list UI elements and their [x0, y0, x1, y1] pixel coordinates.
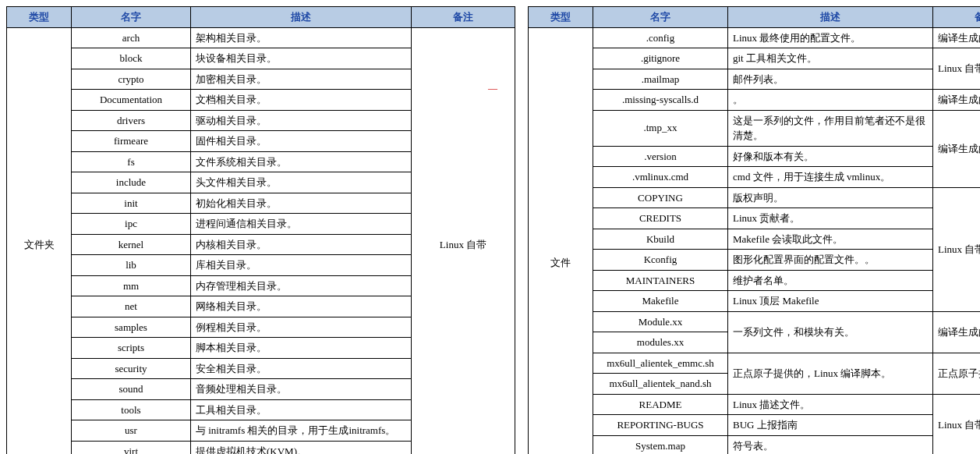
name-cell: MAINTAINERS: [593, 270, 728, 291]
name-cell: .gitignore: [593, 48, 728, 69]
name-cell: firmeare: [72, 131, 191, 152]
name-cell: security: [72, 358, 191, 379]
remark-cell: Linux 自带: [412, 27, 515, 454]
name-cell: COPYING: [593, 187, 728, 208]
desc-cell: Linux 描述文件。: [728, 394, 933, 415]
col-header-name: 名字: [72, 7, 191, 28]
name-cell: usr: [72, 420, 191, 442]
desc-cell: 正点原子提供的，Linux 编译脚本。: [728, 353, 933, 394]
change-marker: —: [488, 83, 497, 94]
table-row: System.map符号表。: [529, 435, 981, 454]
table-row: 文件.configLinux 最终使用的配置文件。编译生成的文件。: [529, 27, 981, 48]
col-header-desc: 描述: [728, 7, 933, 28]
name-cell: virt: [72, 441, 191, 454]
table-row: MakefileLinux 顶层 Makefile: [529, 291, 981, 312]
col-header-name: 名字: [593, 7, 728, 28]
desc-cell: 内核相关目录。: [191, 234, 412, 255]
name-cell: .missing-syscalls.d: [593, 90, 728, 111]
table-row: mx6ull_alientek_emmc.sh正点原子提供的，Linux 编译脚…: [529, 353, 981, 374]
table-row: COPYING版权声明。Linux 自带: [529, 187, 981, 208]
col-header-desc: 描述: [191, 7, 412, 28]
desc-cell: 内存管理相关目录。: [191, 275, 412, 296]
desc-cell: 网络相关目录。: [191, 296, 412, 317]
desc-cell: 工具相关目录。: [191, 399, 412, 420]
name-cell: mx6ull_alientek_emmc.sh: [593, 353, 728, 374]
name-cell: modules.xx: [593, 332, 728, 353]
name-cell: sound: [72, 379, 191, 400]
name-cell: ipc: [72, 214, 191, 235]
right-table-body: 文件.configLinux 最终使用的配置文件。编译生成的文件。.gitign…: [529, 27, 981, 454]
table-row: .version好像和版本有关。: [529, 146, 981, 167]
type-cell: 文件夹: [7, 27, 72, 454]
desc-cell: 音频处理相关目录。: [191, 379, 412, 400]
desc-cell: Linux 最终使用的配置文件。: [728, 27, 933, 48]
desc-cell: 架构相关目录。: [191, 27, 412, 48]
name-cell: Kbuild: [593, 229, 728, 250]
name-cell: REPORTING-BUGS: [593, 415, 728, 436]
name-cell: Module.xx: [593, 311, 728, 332]
name-cell: arch: [72, 27, 191, 48]
desc-cell: 符号表。: [728, 435, 933, 454]
col-header-type: 类型: [529, 7, 593, 28]
col-header-remark: 备注: [412, 7, 515, 28]
remark-cell: 编译生成的文件: [933, 90, 981, 111]
desc-cell: 加密相关目录。: [191, 69, 412, 90]
type-cell: 文件: [529, 27, 593, 454]
name-cell: drivers: [72, 110, 191, 131]
name-cell: mm: [72, 275, 191, 296]
name-cell: Makefile: [593, 291, 728, 312]
desc-cell: 块设备相关目录。: [191, 48, 412, 69]
table-row: .missing-syscalls.d。编译生成的文件: [529, 90, 981, 111]
name-cell: crypto: [72, 69, 191, 90]
table-row: KbuildMakefile 会读取此文件。: [529, 229, 981, 250]
desc-cell: 头文件相关目录。: [191, 172, 412, 193]
desc-cell: git 工具相关文件。: [728, 48, 933, 69]
desc-cell: 邮件列表。: [728, 69, 933, 90]
name-cell: block: [72, 48, 191, 69]
name-cell: tools: [72, 399, 191, 420]
desc-cell: Makefile 会读取此文件。: [728, 229, 933, 250]
name-cell: scripts: [72, 338, 191, 359]
table-row: REPORTING-BUGSBUG 上报指南: [529, 415, 981, 436]
remark-cell: Linux 自带: [933, 187, 981, 311]
desc-cell: cmd 文件，用于连接生成 vmlinux。: [728, 167, 933, 188]
desc-cell: 脚本相关目录。: [191, 338, 412, 359]
col-header-remark: 备注: [933, 7, 981, 28]
name-cell: fs: [72, 151, 191, 172]
left-table: 类型 名字 描述 备注 文件夹arch架构相关目录。Linux 自带block块…: [6, 6, 515, 454]
remark-cell: Linux 自带: [933, 48, 981, 90]
remark-cell: Linux 自带: [933, 394, 981, 454]
desc-cell: 文档相关目录。: [191, 90, 412, 111]
name-cell: README: [593, 394, 728, 415]
table-row: Kconfig图形化配置界面的配置文件。。: [529, 250, 981, 271]
desc-cell: 这是一系列的文件，作用目前笔者还不是很清楚。: [728, 110, 933, 146]
desc-cell: 一系列文件，和模块有关。: [728, 311, 933, 353]
name-cell: net: [72, 296, 191, 317]
remark-cell: 正点原子提供: [933, 353, 981, 394]
name-cell: CREDITS: [593, 208, 728, 229]
name-cell: kernel: [72, 234, 191, 255]
desc-cell: 与 initramfs 相关的目录，用于生成initramfs。: [191, 420, 412, 442]
table-row: READMELinux 描述文件。Linux 自带: [529, 394, 981, 415]
desc-cell: Linux 顶层 Makefile: [728, 291, 933, 312]
desc-cell: 安全相关目录。: [191, 358, 412, 379]
desc-cell: 初始化相关目录。: [191, 193, 412, 214]
name-cell: System.map: [593, 435, 728, 454]
remark-cell: 编译生成的文件: [933, 311, 981, 353]
right-table: 类型 名字 描述 备注 文件.configLinux 最终使用的配置文件。编译生…: [528, 6, 980, 454]
name-cell: .config: [593, 27, 728, 48]
col-header-type: 类型: [7, 7, 72, 28]
desc-cell: 图形化配置界面的配置文件。。: [728, 250, 933, 271]
desc-cell: 。: [728, 90, 933, 111]
left-table-body: 文件夹arch架构相关目录。Linux 自带block块设备相关目录。crypt…: [7, 27, 515, 454]
table-row: Module.xx一系列文件，和模块有关。编译生成的文件: [529, 311, 981, 332]
table-row: .vmlinux.cmdcmd 文件，用于连接生成 vmlinux。: [529, 167, 981, 188]
name-cell: .version: [593, 146, 728, 167]
name-cell: init: [72, 193, 191, 214]
remark-cell: 编译生成的文件: [933, 110, 981, 187]
name-cell: lib: [72, 255, 191, 276]
name-cell: .vmlinux.cmd: [593, 167, 728, 188]
desc-cell: 进程间通信相关目录。: [191, 214, 412, 235]
desc-cell: 维护者名单。: [728, 270, 933, 291]
left-table-header: 类型 名字 描述 备注: [7, 7, 515, 28]
